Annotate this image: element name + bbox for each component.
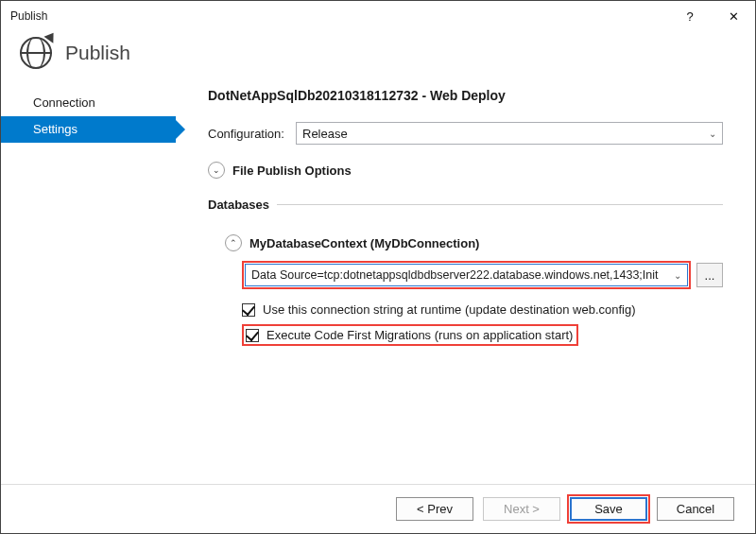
file-publish-options-expander[interactable]: ⌄ File Publish Options — [208, 162, 723, 179]
next-button: Next > — [483, 497, 560, 521]
help-button[interactable]: ? — [668, 1, 712, 31]
connection-string-value: Data Source=tcp:dotnetappsqldbdbserver22… — [251, 268, 659, 282]
publish-dialog: Publish ? ✕ Publish Connection Settings … — [0, 0, 756, 534]
publish-icon — [20, 37, 52, 69]
header-title: Publish — [65, 42, 130, 64]
titlebar: Publish ? ✕ — [1, 1, 755, 31]
checkbox-checked-icon[interactable] — [242, 303, 255, 317]
highlight-execute-migrations: Execute Code First Migrations (runs on a… — [242, 324, 578, 346]
profile-name: DotNetAppSqlDb20210318112732 - Web Deplo… — [208, 88, 723, 103]
footer: < Prev Next > Save Cancel — [1, 484, 755, 533]
connection-string-builder-button[interactable]: ... — [696, 263, 723, 287]
db-context-expander[interactable]: ⌃ MyDatabaseContext (MyDbConnection) — [225, 234, 723, 251]
save-button[interactable]: Save — [570, 497, 647, 521]
connection-string-select[interactable]: Data Source=tcp:dotnetappsqldbdbserver22… — [245, 264, 688, 286]
db-context-label: MyDatabaseContext (MyDbConnection) — [249, 236, 479, 250]
cancel-button[interactable]: Cancel — [657, 497, 734, 521]
sidebar-item-label: Settings — [33, 122, 77, 136]
configuration-label: Configuration: — [208, 127, 296, 141]
file-publish-options-label: File Publish Options — [232, 164, 352, 178]
highlight-connection-string: Data Source=tcp:dotnetappsqldbdbserver22… — [242, 261, 691, 289]
prev-button[interactable]: < Prev — [396, 497, 473, 521]
close-button[interactable]: ✕ — [712, 1, 755, 31]
databases-label: Databases — [208, 198, 269, 212]
sidebar: Connection Settings — [1, 82, 176, 484]
header: Publish — [1, 31, 755, 82]
configuration-select[interactable]: Release ⌄ — [296, 122, 723, 145]
databases-section-header: Databases — [208, 198, 723, 212]
use-connection-string-label: Use this connection string at runtime (u… — [263, 302, 636, 317]
chevron-down-icon: ⌄ — [674, 270, 681, 281]
checkbox-checked-icon[interactable] — [246, 329, 259, 342]
chevron-up-icon: ⌃ — [225, 234, 242, 251]
main-panel: DotNetAppSqlDb20210318112732 - Web Deplo… — [176, 82, 755, 484]
configuration-value: Release — [302, 127, 348, 141]
chevron-down-icon: ⌄ — [709, 129, 716, 139]
use-connection-string-checkbox-row[interactable]: Use this connection string at runtime (u… — [225, 302, 723, 317]
divider — [277, 204, 723, 205]
sidebar-item-label: Connection — [33, 95, 95, 110]
execute-migrations-label: Execute Code First Migrations (runs on a… — [266, 328, 573, 342]
sidebar-item-settings[interactable]: Settings — [1, 116, 176, 143]
sidebar-item-connection[interactable]: Connection — [1, 90, 176, 116]
window-title: Publish — [10, 9, 47, 23]
chevron-down-icon: ⌄ — [208, 162, 225, 179]
